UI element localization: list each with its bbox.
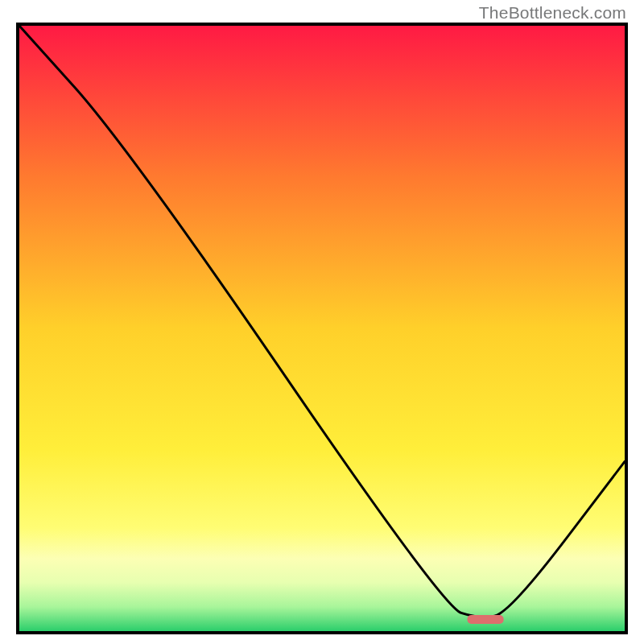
watermark-text: TheBottleneck.com xyxy=(479,3,626,23)
chart-background xyxy=(19,26,625,631)
min-marker xyxy=(467,615,503,624)
chart-svg xyxy=(16,23,628,634)
chart-frame xyxy=(16,23,628,634)
